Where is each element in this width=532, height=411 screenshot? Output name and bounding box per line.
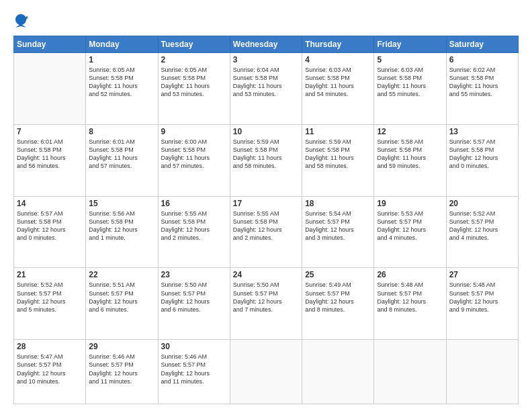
day-info: Sunrise: 6:02 AM Sunset: 5:58 PM Dayligh…	[449, 66, 515, 99]
calendar-header-sunday: Sunday	[14, 36, 86, 52]
calendar-header-row: SundayMondayTuesdayWednesdayThursdayFrid…	[14, 36, 519, 52]
day-number: 20	[449, 199, 515, 208]
day-number: 13	[449, 127, 515, 136]
calendar-cell: 15Sunrise: 5:56 AM Sunset: 5:58 PM Dayli…	[86, 196, 158, 268]
calendar-week-4: 21Sunrise: 5:52 AM Sunset: 5:57 PM Dayli…	[14, 268, 519, 340]
day-number: 6	[449, 55, 515, 64]
day-info: Sunrise: 5:48 AM Sunset: 5:57 PM Dayligh…	[449, 281, 515, 314]
calendar-cell: 19Sunrise: 5:53 AM Sunset: 5:57 PM Dayli…	[374, 196, 446, 268]
day-info: Sunrise: 5:52 AM Sunset: 5:57 PM Dayligh…	[449, 210, 515, 242]
calendar-header-friday: Friday	[374, 36, 446, 52]
calendar-header-tuesday: Tuesday	[158, 36, 230, 52]
day-number: 27	[449, 270, 515, 279]
calendar-header-saturday: Saturday	[446, 36, 518, 52]
calendar-cell: 13Sunrise: 5:57 AM Sunset: 5:58 PM Dayli…	[446, 124, 518, 196]
calendar-cell	[446, 340, 518, 404]
calendar-cell: 12Sunrise: 5:58 AM Sunset: 5:58 PM Dayli…	[374, 124, 446, 196]
calendar-cell: 14Sunrise: 5:57 AM Sunset: 5:58 PM Dayli…	[14, 196, 86, 268]
day-info: Sunrise: 5:53 AM Sunset: 5:57 PM Dayligh…	[377, 210, 443, 242]
day-info: Sunrise: 5:58 AM Sunset: 5:58 PM Dayligh…	[377, 138, 443, 171]
day-number: 25	[305, 270, 371, 279]
calendar-week-5: 28Sunrise: 5:47 AM Sunset: 5:57 PM Dayli…	[14, 340, 519, 404]
day-info: Sunrise: 5:51 AM Sunset: 5:57 PM Dayligh…	[89, 281, 154, 314]
calendar-cell: 11Sunrise: 5:59 AM Sunset: 5:58 PM Dayli…	[302, 124, 374, 196]
day-number: 29	[89, 342, 154, 351]
calendar-cell: 20Sunrise: 5:52 AM Sunset: 5:57 PM Dayli…	[446, 196, 518, 268]
calendar-cell: 25Sunrise: 5:49 AM Sunset: 5:57 PM Dayli…	[302, 268, 374, 340]
calendar-cell: 3Sunrise: 6:04 AM Sunset: 5:58 PM Daylig…	[230, 52, 302, 124]
day-info: Sunrise: 5:47 AM Sunset: 5:57 PM Dayligh…	[17, 353, 83, 385]
calendar-cell: 9Sunrise: 6:00 AM Sunset: 5:58 PM Daylig…	[158, 124, 230, 196]
calendar-week-1: 1Sunrise: 6:05 AM Sunset: 5:58 PM Daylig…	[14, 52, 519, 124]
calendar-cell: 22Sunrise: 5:51 AM Sunset: 5:57 PM Dayli…	[86, 268, 158, 340]
day-number: 19	[377, 199, 443, 208]
day-info: Sunrise: 6:05 AM Sunset: 5:58 PM Dayligh…	[161, 66, 227, 99]
day-number: 23	[161, 270, 227, 279]
day-number: 5	[377, 55, 443, 64]
calendar-cell: 23Sunrise: 5:50 AM Sunset: 5:57 PM Dayli…	[158, 268, 230, 340]
calendar-cell: 6Sunrise: 6:02 AM Sunset: 5:58 PM Daylig…	[446, 52, 518, 124]
day-number: 30	[161, 342, 227, 351]
day-info: Sunrise: 5:57 AM Sunset: 5:58 PM Dayligh…	[449, 138, 515, 171]
day-info: Sunrise: 5:46 AM Sunset: 5:57 PM Dayligh…	[89, 353, 154, 385]
day-info: Sunrise: 6:04 AM Sunset: 5:58 PM Dayligh…	[233, 66, 299, 99]
logo	[13, 12, 29, 29]
calendar-cell: 18Sunrise: 5:54 AM Sunset: 5:57 PM Dayli…	[302, 196, 374, 268]
calendar-cell	[230, 340, 302, 404]
day-info: Sunrise: 5:54 AM Sunset: 5:57 PM Dayligh…	[305, 210, 371, 242]
day-info: Sunrise: 5:59 AM Sunset: 5:58 PM Dayligh…	[233, 138, 299, 171]
day-number: 22	[89, 270, 154, 279]
calendar-body: 1Sunrise: 6:05 AM Sunset: 5:58 PM Daylig…	[14, 52, 519, 404]
day-info: Sunrise: 5:57 AM Sunset: 5:58 PM Dayligh…	[17, 210, 83, 242]
day-number: 8	[89, 127, 154, 136]
day-info: Sunrise: 5:46 AM Sunset: 5:57 PM Dayligh…	[161, 353, 227, 385]
day-number: 28	[17, 342, 83, 351]
calendar-cell: 10Sunrise: 5:59 AM Sunset: 5:58 PM Dayli…	[230, 124, 302, 196]
day-info: Sunrise: 5:59 AM Sunset: 5:58 PM Dayligh…	[305, 138, 371, 171]
calendar-cell: 4Sunrise: 6:03 AM Sunset: 5:58 PM Daylig…	[302, 52, 374, 124]
day-info: Sunrise: 5:52 AM Sunset: 5:57 PM Dayligh…	[17, 281, 83, 314]
day-info: Sunrise: 6:05 AM Sunset: 5:58 PM Dayligh…	[89, 66, 154, 99]
day-number: 24	[233, 270, 299, 279]
day-info: Sunrise: 6:03 AM Sunset: 5:58 PM Dayligh…	[377, 66, 443, 99]
calendar-cell: 16Sunrise: 5:55 AM Sunset: 5:58 PM Dayli…	[158, 196, 230, 268]
calendar-cell: 26Sunrise: 5:48 AM Sunset: 5:57 PM Dayli…	[374, 268, 446, 340]
day-number: 7	[17, 127, 83, 136]
day-number: 11	[305, 127, 371, 136]
calendar-cell: 21Sunrise: 5:52 AM Sunset: 5:57 PM Dayli…	[14, 268, 86, 340]
day-number: 16	[161, 199, 227, 208]
calendar-header-thursday: Thursday	[302, 36, 374, 52]
day-info: Sunrise: 6:01 AM Sunset: 5:58 PM Dayligh…	[89, 138, 154, 171]
day-info: Sunrise: 6:00 AM Sunset: 5:58 PM Dayligh…	[161, 138, 227, 171]
calendar-cell: 24Sunrise: 5:50 AM Sunset: 5:57 PM Dayli…	[230, 268, 302, 340]
calendar-cell: 27Sunrise: 5:48 AM Sunset: 5:57 PM Dayli…	[446, 268, 518, 340]
day-number: 1	[89, 55, 154, 64]
calendar-cell: 1Sunrise: 6:05 AM Sunset: 5:58 PM Daylig…	[86, 52, 158, 124]
day-number: 14	[17, 199, 83, 208]
calendar-cell: 2Sunrise: 6:05 AM Sunset: 5:58 PM Daylig…	[158, 52, 230, 124]
calendar-week-3: 14Sunrise: 5:57 AM Sunset: 5:58 PM Dayli…	[14, 196, 519, 268]
calendar-cell: 17Sunrise: 5:55 AM Sunset: 5:58 PM Dayli…	[230, 196, 302, 268]
day-info: Sunrise: 6:01 AM Sunset: 5:58 PM Dayligh…	[17, 138, 83, 171]
calendar-cell: 5Sunrise: 6:03 AM Sunset: 5:58 PM Daylig…	[374, 52, 446, 124]
calendar-cell: 29Sunrise: 5:46 AM Sunset: 5:57 PM Dayli…	[86, 340, 158, 404]
day-number: 12	[377, 127, 443, 136]
day-number: 26	[377, 270, 443, 279]
logo-bird-icon	[14, 13, 28, 29]
day-info: Sunrise: 5:55 AM Sunset: 5:58 PM Dayligh…	[161, 210, 227, 242]
day-info: Sunrise: 5:50 AM Sunset: 5:57 PM Dayligh…	[161, 281, 227, 314]
day-number: 4	[305, 55, 371, 64]
day-number: 17	[233, 199, 299, 208]
day-number: 10	[233, 127, 299, 136]
day-info: Sunrise: 5:49 AM Sunset: 5:57 PM Dayligh…	[305, 281, 371, 314]
day-number: 2	[161, 55, 227, 64]
day-number: 18	[305, 199, 371, 208]
day-info: Sunrise: 6:03 AM Sunset: 5:58 PM Dayligh…	[305, 66, 371, 99]
calendar-cell: 30Sunrise: 5:46 AM Sunset: 5:57 PM Dayli…	[158, 340, 230, 404]
day-number: 21	[17, 270, 83, 279]
day-info: Sunrise: 5:50 AM Sunset: 5:57 PM Dayligh…	[233, 281, 299, 314]
day-number: 9	[161, 127, 227, 136]
calendar-cell: 28Sunrise: 5:47 AM Sunset: 5:57 PM Dayli…	[14, 340, 86, 404]
day-info: Sunrise: 5:55 AM Sunset: 5:58 PM Dayligh…	[233, 210, 299, 242]
calendar-header-wednesday: Wednesday	[230, 36, 302, 52]
